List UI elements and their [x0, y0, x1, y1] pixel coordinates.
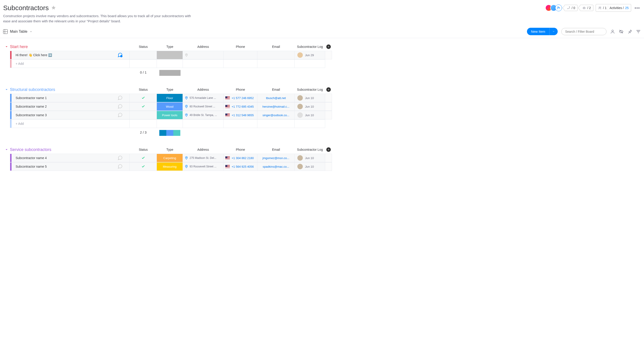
phone-cell[interactable]: +1 312 548 9655: [224, 111, 257, 119]
type-tag[interactable]: Floor: [157, 94, 182, 102]
type-cell[interactable]: Power tools: [157, 111, 183, 119]
status-cell[interactable]: [130, 51, 157, 59]
item-name-cell[interactable]: Subcontractor name 5: [10, 162, 130, 171]
type-tag[interactable]: Power tools: [157, 111, 182, 119]
automations-pill[interactable]: / 2: [580, 5, 594, 11]
column-header-type[interactable]: Type: [157, 43, 183, 51]
column-header-email[interactable]: Email: [257, 146, 295, 154]
comment-icon[interactable]: [117, 104, 123, 110]
group-collapse-toggle[interactable]: [3, 88, 10, 91]
column-header-status[interactable]: Status: [130, 43, 157, 51]
status-cell[interactable]: [130, 154, 157, 162]
phone-link[interactable]: +1 304 862 2180: [232, 156, 254, 160]
address-cell[interactable]: [183, 51, 224, 59]
integrations-pill[interactable]: / 0: [564, 5, 578, 11]
log-cell[interactable]: Jun 10: [295, 94, 325, 102]
phone-cell[interactable]: +1 577 246 6952: [224, 94, 257, 102]
table-row[interactable]: Subcontractor name 4 Carpeting 275 Madis…: [3, 154, 641, 162]
phone-cell[interactable]: +1 564 925 4056: [224, 162, 257, 171]
view-selector[interactable]: Main Table: [3, 29, 32, 34]
group-collapse-toggle[interactable]: [3, 148, 10, 151]
column-header-log[interactable]: Subcontractor Log: [295, 86, 325, 94]
item-name-cell[interactable]: Subcontractor name 2: [10, 102, 130, 111]
column-header-phone[interactable]: Phone: [224, 146, 257, 154]
phone-cell[interactable]: +1 304 862 2180: [224, 154, 257, 162]
email-cell[interactable]: heroine@hotmail.c...: [257, 102, 295, 111]
column-header-email[interactable]: Email: [257, 86, 295, 94]
column-header-phone[interactable]: Phone: [224, 86, 257, 94]
phone-link[interactable]: +1 577 246 6952: [232, 96, 254, 100]
add-column-button[interactable]: [326, 147, 331, 152]
group-title[interactable]: Start here: [10, 44, 130, 49]
email-cell[interactable]: singer@outlook.co...: [257, 111, 295, 119]
hide-icon[interactable]: [619, 29, 624, 34]
add-member-icon[interactable]: [555, 4, 562, 11]
type-cell[interactable]: [157, 51, 183, 59]
item-name-cell[interactable]: Subcontractor name 1: [10, 94, 130, 102]
add-item-row[interactable]: + Add: [10, 119, 130, 128]
column-header-status[interactable]: Status: [130, 86, 157, 94]
star-icon[interactable]: [51, 5, 56, 11]
comment-icon[interactable]: [117, 112, 123, 118]
email-link[interactable]: tbusch@att.net: [259, 96, 292, 100]
add-column-button[interactable]: [326, 87, 331, 92]
table-row[interactable]: Hi there! 👋 Click here ➡️ 1 Jun 29: [3, 51, 641, 59]
item-name-cell[interactable]: Subcontractor name 4: [10, 154, 130, 162]
column-header-type[interactable]: Type: [157, 86, 183, 94]
log-cell[interactable]: Jun 10: [295, 154, 325, 162]
table-row[interactable]: Subcontractor name 1 Floor 570 Annadale …: [3, 94, 641, 102]
members-pill[interactable]: / 1 Activities / 25: [596, 4, 631, 12]
more-menu-icon[interactable]: [634, 6, 641, 10]
table-row[interactable]: Subcontractor name 2 Wood 80 Rockwell St…: [3, 102, 641, 111]
column-header-phone[interactable]: Phone: [224, 43, 257, 51]
table-row[interactable]: Subcontractor name 5 Measuring 93 Roosev…: [3, 162, 641, 171]
email-link[interactable]: spadkins@mac.co...: [259, 165, 292, 168]
person-icon[interactable]: [610, 29, 615, 34]
type-cell[interactable]: Floor: [157, 94, 183, 102]
phone-link[interactable]: +1 564 925 4056: [232, 165, 254, 168]
address-cell[interactable]: 49 Bridle St. Tampa, ...: [183, 111, 224, 119]
status-cell[interactable]: [130, 102, 157, 111]
email-cell[interactable]: jmgomez@msn.co...: [257, 154, 295, 162]
column-header-log[interactable]: Subcontractor Log: [295, 146, 325, 154]
group-title[interactable]: Service subcontractors: [10, 147, 130, 152]
comment-icon[interactable]: [117, 95, 123, 101]
phone-cell[interactable]: +1 772 695 4345: [224, 102, 257, 111]
email-link[interactable]: singer@outlook.co...: [259, 114, 292, 117]
item-name-cell[interactable]: Subcontractor name 3: [10, 111, 130, 119]
type-cell[interactable]: Carpeting: [157, 154, 183, 162]
phone-link[interactable]: +1 312 548 9655: [232, 114, 254, 117]
add-item-row[interactable]: + Add: [10, 59, 130, 68]
new-item-button[interactable]: New Item: [527, 28, 558, 35]
column-header-type[interactable]: Type: [157, 146, 183, 154]
type-cell[interactable]: Wood: [157, 102, 183, 111]
comment-icon[interactable]: 1: [117, 52, 123, 58]
address-cell[interactable]: 275 Madison St. Del...: [183, 154, 224, 162]
new-item-dropdown[interactable]: [549, 28, 558, 35]
type-tag[interactable]: Measuring: [157, 163, 182, 171]
board-members[interactable]: [545, 4, 562, 11]
email-link[interactable]: heroine@hotmail.c...: [259, 105, 292, 108]
column-header-email[interactable]: Email: [257, 43, 295, 51]
table-row[interactable]: Subcontractor name 3 Power tools 49 Brid…: [3, 111, 641, 119]
phone-cell[interactable]: [224, 51, 257, 59]
address-cell[interactable]: 93 Roosevelt Street ...: [183, 162, 224, 171]
email-cell[interactable]: spadkins@mac.co...: [257, 162, 295, 171]
address-cell[interactable]: 80 Rockwell Street ...: [183, 102, 224, 111]
pin-icon[interactable]: [627, 29, 632, 34]
email-cell[interactable]: tbusch@att.net: [257, 94, 295, 102]
activities-count[interactable]: 25: [625, 6, 629, 10]
add-column-button[interactable]: [326, 44, 331, 49]
log-cell[interactable]: Jun 10: [295, 162, 325, 171]
status-cell[interactable]: [130, 162, 157, 171]
filter-icon[interactable]: [636, 29, 641, 34]
comment-icon[interactable]: [117, 155, 123, 161]
address-cell[interactable]: 570 Annadale Lane ...: [183, 94, 224, 102]
group-collapse-toggle[interactable]: [3, 45, 10, 48]
log-cell[interactable]: Jun 29: [295, 51, 325, 59]
type-cell[interactable]: Measuring: [157, 162, 183, 171]
column-header-address[interactable]: Address: [183, 146, 224, 154]
group-title[interactable]: Structural subcontractors: [10, 87, 130, 92]
email-link[interactable]: jmgomez@msn.co...: [259, 156, 292, 160]
search-input[interactable]: [561, 28, 606, 35]
